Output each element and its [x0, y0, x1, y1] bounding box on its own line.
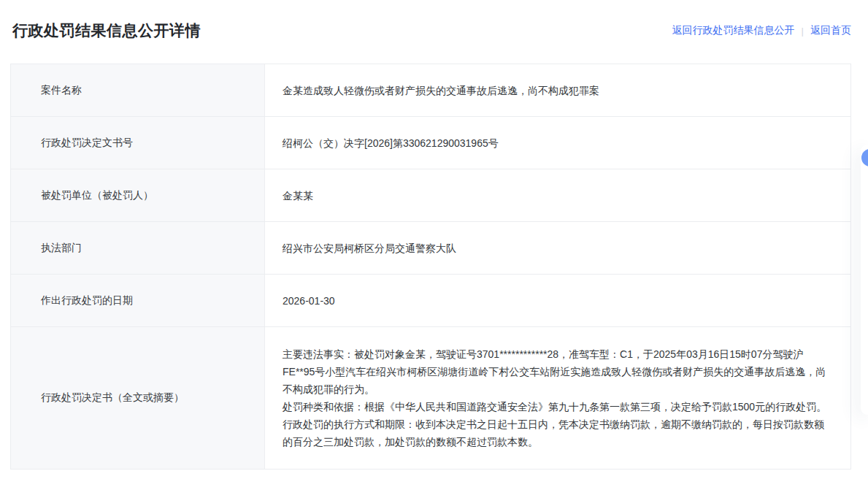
penalty-detail-table: 案件名称 金某造成致人轻微伤或者财产损失的交通事故后逃逸，尚不构成犯罪案 行政处… — [10, 64, 851, 470]
back-to-penalty-list-link[interactable]: 返回行政处罚结果信息公开 — [672, 24, 795, 37]
header-links: 返回行政处罚结果信息公开 | 返回首页 — [672, 24, 851, 37]
row-value: 绍兴市公安局柯桥区分局交通警察大队 — [265, 222, 850, 274]
row-label: 行政处罚决定书（全文或摘要） — [11, 327, 265, 469]
row-value: 金某造成致人轻微伤或者财产损失的交通事故后逃逸，尚不构成犯罪案 — [265, 64, 850, 116]
table-row-case-name: 案件名称 金某造成致人轻微伤或者财产损失的交通事故后逃逸，尚不构成犯罪案 — [11, 64, 850, 117]
page-header: 行政处罚结果信息公开详情 返回行政处罚结果信息公开 | 返回首页 — [0, 0, 868, 41]
row-value: 金某某 — [265, 169, 850, 221]
table-row-penalty-date: 作出行政处罚的日期 2026-01-30 — [11, 275, 850, 327]
decision-paragraph-execution: 行政处罚的执行方式和期限：收到本决定书之日起十五日内，凭本决定书缴纳罚款，逾期不… — [283, 415, 833, 451]
row-label: 作出行政处罚的日期 — [11, 275, 265, 326]
table-row-penalty-decision: 行政处罚决定书（全文或摘要） 主要违法事实：被处罚对象金某，驾驶证号3701**… — [11, 327, 850, 469]
page-title: 行政处罚结果信息公开详情 — [12, 20, 201, 41]
decision-paragraph-basis: 处罚种类和依据：根据《中华人民共和国道路交通安全法》第九十九条第一款第三项，决定… — [283, 398, 833, 415]
floating-widget-panel — [861, 145, 868, 415]
row-value: 主要违法事实：被处罚对象金某，驾驶证号3701************28，准驾… — [265, 327, 850, 469]
table-row-punished-party: 被处罚单位（被处罚人） 金某某 — [11, 169, 850, 222]
row-value: 绍柯公（交）决字[2026]第330621290031965号 — [265, 117, 850, 169]
row-label: 行政处罚决定文书号 — [11, 117, 265, 169]
back-to-home-link[interactable]: 返回首页 — [810, 24, 851, 37]
row-label: 被处罚单位（被处罚人） — [11, 169, 265, 221]
table-row-enforcement-department: 执法部门 绍兴市公安局柯桥区分局交通警察大队 — [11, 222, 850, 275]
row-label: 执法部门 — [11, 222, 265, 274]
row-label: 案件名称 — [11, 64, 265, 116]
link-divider: | — [802, 26, 804, 37]
table-row-document-number: 行政处罚决定文书号 绍柯公（交）决字[2026]第330621290031965… — [11, 117, 850, 169]
row-value: 2026-01-30 — [265, 275, 850, 326]
decision-paragraph-facts: 主要违法事实：被处罚对象金某，驾驶证号3701************28，准驾… — [283, 345, 833, 398]
